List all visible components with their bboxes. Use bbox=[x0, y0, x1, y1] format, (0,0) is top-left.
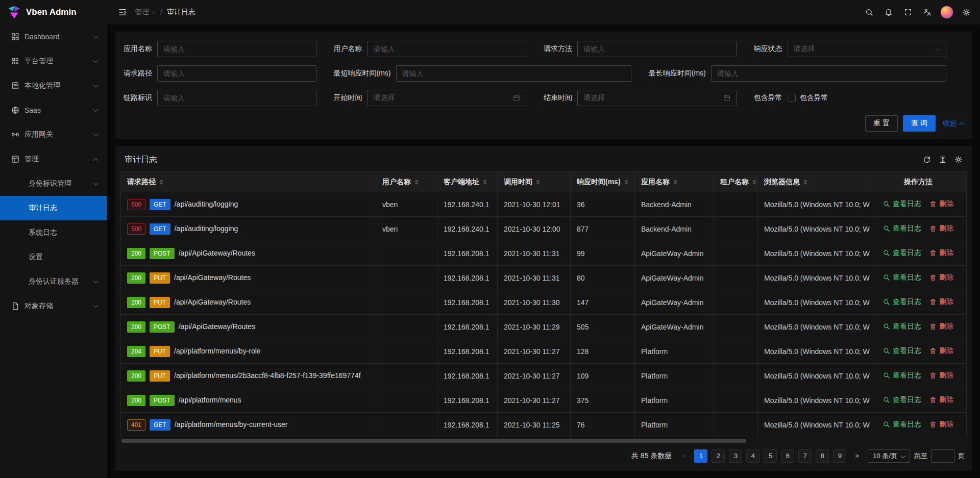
next-page-button[interactable]: > bbox=[850, 449, 864, 463]
field-label: 包含异常 bbox=[754, 93, 782, 103]
delete-button[interactable]: 删除 bbox=[929, 248, 953, 258]
delete-button[interactable]: 删除 bbox=[929, 297, 953, 307]
delete-button[interactable]: 删除 bbox=[929, 224, 953, 233]
column-header-call-time[interactable]: 调用时间 bbox=[498, 172, 571, 192]
sidebar-item-label: 身份标识管理 bbox=[29, 179, 94, 188]
view-log-button[interactable]: 查看日志 bbox=[883, 395, 921, 405]
delete-button[interactable]: 删除 bbox=[929, 420, 953, 429]
start-time-datepicker[interactable]: 请选择 bbox=[368, 90, 527, 106]
sidebar-item-platform[interactable]: 平台管理 bbox=[0, 49, 107, 73]
trace-id-input[interactable] bbox=[157, 90, 316, 106]
gateway-icon bbox=[11, 131, 19, 139]
request-path: /api/platform/menus bbox=[179, 395, 241, 404]
card-header: 审计日志 bbox=[120, 148, 967, 171]
cell-request-path: 200PUT/api/platform/menus/2b3accf8-4fb8-… bbox=[121, 364, 376, 388]
view-log-button[interactable]: 查看日志 bbox=[883, 346, 921, 356]
column-header-request-path[interactable]: 请求路径 bbox=[121, 172, 376, 192]
page-button[interactable]: 6 bbox=[781, 449, 794, 463]
view-log-button[interactable]: 查看日志 bbox=[883, 273, 921, 282]
column-settings-gear-icon[interactable] bbox=[954, 156, 963, 164]
sidebar-item-audit-log[interactable]: 审计日志 bbox=[0, 196, 107, 220]
user-name-input[interactable] bbox=[368, 41, 527, 57]
cell-tenant-name bbox=[714, 339, 758, 364]
page-button[interactable]: 3 bbox=[729, 449, 742, 463]
view-log-button[interactable]: 查看日志 bbox=[883, 420, 921, 429]
sidebar-item-dashboard[interactable]: Dashboard bbox=[0, 24, 107, 49]
page-size-select[interactable]: 10 条/页 bbox=[868, 449, 910, 463]
storage-icon bbox=[11, 302, 19, 310]
view-log-button[interactable]: 查看日志 bbox=[883, 199, 921, 209]
sidebar-item-identity-server[interactable]: 身份认证服务器 bbox=[0, 269, 107, 294]
sidebar-item-localization[interactable]: 本地化管理 bbox=[0, 73, 107, 98]
app-logo[interactable]: Vben Admin bbox=[0, 0, 107, 24]
column-header-client-address[interactable]: 客户端地址 bbox=[437, 172, 498, 192]
delete-button[interactable]: 删除 bbox=[929, 199, 953, 209]
collapse-link[interactable]: 收起 bbox=[943, 119, 964, 128]
delete-button[interactable]: 删除 bbox=[929, 346, 953, 356]
method-tag: PUT bbox=[150, 297, 170, 308]
max-response-time-input[interactable] bbox=[711, 65, 946, 82]
page-button[interactable]: 2 bbox=[712, 449, 725, 463]
page-button[interactable]: 8 bbox=[816, 449, 829, 463]
page-button[interactable]: 9 bbox=[833, 449, 846, 463]
sidebar-item-object-storage[interactable]: 对象存储 bbox=[0, 294, 107, 318]
view-log-button[interactable]: 查看日志 bbox=[883, 371, 921, 380]
delete-label: 删除 bbox=[939, 248, 953, 258]
sorter-icon bbox=[159, 180, 163, 185]
delete-button[interactable]: 删除 bbox=[929, 273, 953, 282]
language-switch-icon[interactable] bbox=[918, 0, 937, 24]
page-button[interactable]: 1 bbox=[694, 449, 707, 463]
reset-button[interactable]: 重 置 bbox=[865, 115, 898, 132]
column-label: 租户名称 bbox=[720, 178, 749, 187]
column-label: 响应时间(ms) bbox=[577, 178, 621, 187]
prev-page-button[interactable]: < bbox=[677, 449, 690, 463]
delete-button[interactable]: 删除 bbox=[929, 371, 953, 380]
chevron-down-icon bbox=[152, 9, 157, 14]
sidebar-item-settings[interactable]: 设置 bbox=[0, 245, 107, 269]
view-log-button[interactable]: 查看日志 bbox=[883, 224, 921, 233]
http-status-select[interactable]: 请选择 bbox=[788, 41, 947, 57]
horizontal-scrollbar[interactable] bbox=[121, 439, 746, 443]
column-header-app-name[interactable]: 应用名称 bbox=[635, 172, 714, 192]
search-button[interactable]: 查 询 bbox=[903, 115, 936, 132]
sidebar-item-management[interactable]: 管理 bbox=[0, 147, 107, 171]
user-avatar[interactable] bbox=[937, 0, 957, 24]
breadcrumb: 管理 / 审计日志 bbox=[135, 8, 195, 17]
jump-page-input[interactable] bbox=[931, 449, 954, 463]
sidebar-fold-icon[interactable] bbox=[114, 0, 131, 24]
http-method-input[interactable] bbox=[577, 41, 737, 57]
settings-gear-icon[interactable] bbox=[957, 0, 976, 24]
app-name-input[interactable] bbox=[157, 41, 316, 57]
page-button[interactable]: 5 bbox=[764, 449, 777, 463]
view-log-button[interactable]: 查看日志 bbox=[883, 297, 921, 307]
field-label: 用户名称 bbox=[334, 44, 362, 54]
search-icon[interactable] bbox=[860, 0, 879, 24]
sidebar-item-saas[interactable]: Saas bbox=[0, 98, 107, 122]
sidebar-item-identity-management[interactable]: 身份标识管理 bbox=[0, 171, 107, 196]
row-height-icon[interactable] bbox=[939, 156, 947, 164]
column-header-tenant-name[interactable]: 租户名称 bbox=[714, 172, 758, 192]
page-button[interactable]: 7 bbox=[798, 449, 812, 463]
page-button[interactable]: 4 bbox=[746, 449, 760, 463]
breadcrumb-parent[interactable]: 管理 bbox=[135, 8, 156, 17]
column-header-response-time[interactable]: 响应时间(ms) bbox=[571, 172, 635, 192]
fullscreen-icon[interactable] bbox=[898, 0, 918, 24]
view-log-button[interactable]: 查看日志 bbox=[883, 248, 921, 258]
view-log-button[interactable]: 查看日志 bbox=[883, 322, 921, 331]
delete-button[interactable]: 删除 bbox=[929, 322, 953, 331]
column-label: 请求路径 bbox=[127, 178, 156, 187]
sidebar-item-gateway[interactable]: 应用网关 bbox=[0, 122, 107, 147]
app-layout: Vben Admin Dashboard 平台管理 本地化管理 Saas 应用网… bbox=[0, 0, 980, 478]
refresh-icon[interactable] bbox=[923, 156, 931, 164]
has-exception-checkbox[interactable] bbox=[788, 94, 796, 102]
end-time-datepicker[interactable]: 请选择 bbox=[577, 90, 737, 106]
column-header-browser-info[interactable]: 浏览器信息 bbox=[758, 172, 870, 192]
notification-bell-icon[interactable] bbox=[879, 0, 898, 24]
sidebar-item-system-log[interactable]: 系统日志 bbox=[0, 220, 107, 245]
column-header-user-name[interactable]: 用户名称 bbox=[376, 172, 437, 192]
delete-button[interactable]: 删除 bbox=[929, 395, 953, 405]
min-response-time-input[interactable] bbox=[396, 65, 631, 82]
request-path: /api/platform/menus/by-role bbox=[174, 346, 261, 355]
request-path-input[interactable] bbox=[157, 65, 316, 82]
filter-form: 应用名称 用户名称 请求方法 响应状态 请选择 bbox=[115, 32, 972, 139]
